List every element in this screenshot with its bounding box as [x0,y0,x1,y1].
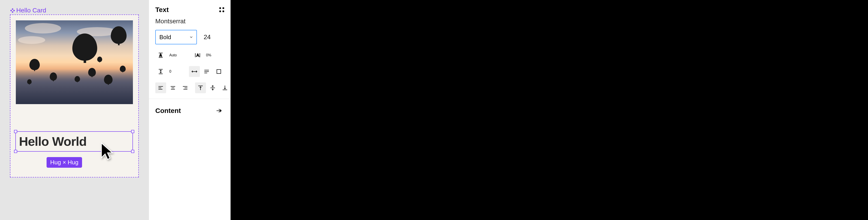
apply-content-button[interactable] [213,105,224,116]
font-size-input[interactable]: 24 [202,33,211,41]
line-height-icon: A [155,50,166,61]
svg-rect-6 [217,70,221,74]
card-text-layer[interactable]: Hello World [19,134,87,149]
align-top-icon [197,84,204,91]
auto-height-icon [203,68,210,75]
text-section-header: Text [149,0,230,18]
resize-handle-bl[interactable] [14,150,17,153]
content-section-title: Content [155,107,181,114]
svg-rect-3 [13,10,15,11]
drag-handle-icon[interactable] [219,7,224,12]
design-canvas[interactable]: Hello Card Hello World Hug × Hug [0,0,149,220]
apply-content-icon [215,107,222,114]
fixed-size-icon [215,68,222,75]
align-left-button[interactable] [155,82,166,93]
align-bottom-button[interactable] [219,82,230,93]
align-left-icon [157,84,164,91]
svg-rect-2 [10,10,12,11]
component-label[interactable]: Hello Card [10,7,46,14]
text-section-title: Text [155,6,168,13]
align-top-button[interactable] [195,82,206,93]
fixed-size-button[interactable] [213,66,224,77]
align-center-icon [169,84,176,91]
line-height-input[interactable]: Auto [169,53,177,57]
letter-spacing-icon: A [192,50,203,61]
svg-text:A: A [159,53,162,57]
auto-width-icon [191,68,198,75]
size-badge: Hug × Hug [46,157,82,168]
paragraph-spacing-input[interactable]: 0 [169,70,171,74]
letter-spacing-input[interactable]: 0% [206,53,211,57]
auto-height-button[interactable] [201,66,212,77]
resize-handle-tl[interactable] [14,130,17,133]
align-right-button[interactable] [180,82,191,93]
content-section-header[interactable]: Content [149,99,230,122]
svg-text:A: A [196,53,199,57]
align-middle-button[interactable] [207,82,218,93]
align-right-icon [182,84,188,91]
svg-rect-1 [12,11,13,13]
card-image [16,20,133,104]
font-family-select[interactable]: Montserrat [155,18,224,25]
auto-width-button[interactable] [189,66,200,77]
svg-rect-0 [12,8,13,10]
component-label-text: Hello Card [16,7,46,14]
align-center-button[interactable] [167,82,178,93]
inspector-panel: Text Montserrat Bold 24 A Auto [149,0,230,220]
component-icon [10,8,15,13]
align-bottom-icon [221,84,228,91]
align-middle-icon [209,84,216,91]
empty-region [230,0,868,220]
resize-handle-br[interactable] [131,150,134,153]
resize-handle-tr[interactable] [131,130,134,133]
chevron-down-icon [189,35,193,39]
font-weight-value: Bold [159,34,171,41]
paragraph-spacing-icon [155,66,166,77]
card-frame[interactable] [10,15,139,177]
font-weight-select[interactable]: Bold [155,30,197,44]
